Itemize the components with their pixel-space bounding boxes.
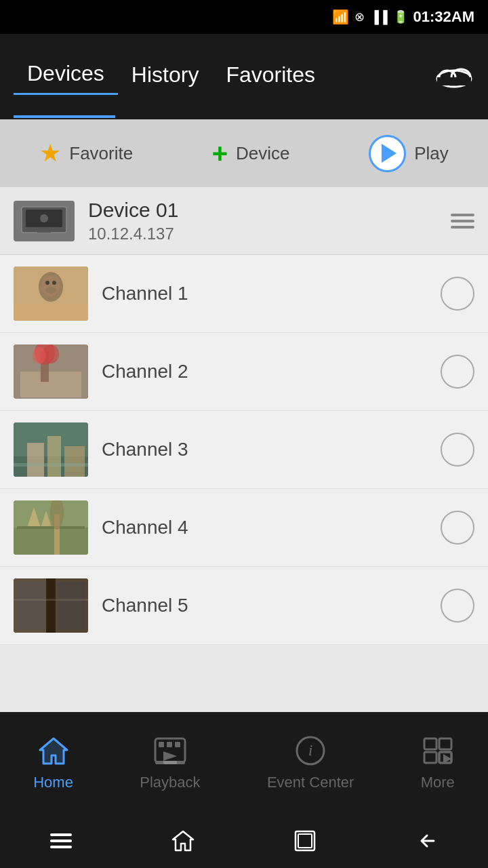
main-content: Device 01 10.12.4.137 C (0, 187, 488, 716)
svg-rect-23 (27, 443, 44, 477)
channel-1-thumb (14, 267, 88, 321)
event-center-icon: i (293, 735, 327, 768)
device-thumbnail (14, 201, 75, 241)
svg-rect-40 (14, 599, 88, 601)
device-label: Device (236, 143, 289, 164)
hamburger-menu[interactable] (451, 214, 474, 229)
svg-rect-16 (20, 372, 81, 397)
bottom-nav: Home Playback i Event Center (0, 712, 488, 814)
channel-4-thumb (14, 500, 88, 555)
home-label: Home (33, 774, 73, 791)
svg-point-12 (52, 281, 56, 285)
play-action[interactable]: Play (369, 135, 449, 172)
svg-rect-59 (50, 840, 72, 842)
system-nav (0, 814, 488, 868)
svg-rect-31 (17, 526, 85, 529)
svg-rect-60 (50, 846, 72, 848)
star-icon: ★ (39, 139, 61, 167)
channel-1-radio[interactable] (441, 277, 474, 311)
bottom-nav-playback[interactable]: Playback (140, 735, 200, 791)
svg-rect-3 (437, 77, 471, 85)
svg-rect-39 (46, 578, 56, 633)
svg-rect-46 (175, 742, 180, 747)
channel-1-item[interactable]: Channel 1 (0, 255, 488, 333)
svg-rect-54 (424, 752, 436, 763)
channel-3-thumb (14, 422, 88, 477)
svg-rect-49 (163, 761, 177, 764)
wifi-icon: 📶 (332, 9, 349, 25)
channel-4-radio[interactable] (441, 511, 474, 545)
event-center-label: Event Center (267, 774, 354, 791)
add-device-action[interactable]: + Device (212, 138, 290, 169)
svg-marker-47 (163, 751, 177, 761)
channel-4-item[interactable]: Channel 4 (0, 489, 488, 567)
svg-rect-58 (50, 833, 72, 836)
device-ip: 10.12.4.137 (88, 224, 451, 243)
svg-rect-14 (14, 304, 88, 321)
top-nav: Devices History Favorites (0, 34, 488, 115)
channel-3-item[interactable]: Channel 3 (0, 411, 488, 489)
more-icon (421, 735, 455, 768)
play-triangle-icon (382, 144, 396, 163)
signal-icon: ▐▐ (370, 10, 388, 24)
recent-sys-button[interactable] (291, 827, 319, 854)
channel-5-name: Channel 5 (102, 595, 441, 616)
channel-2-name: Channel 2 (102, 361, 441, 382)
svg-rect-36 (17, 582, 44, 629)
svg-rect-26 (14, 463, 88, 467)
channel-2-thumb (14, 344, 88, 399)
svg-rect-45 (167, 742, 172, 747)
svg-marker-42 (40, 738, 67, 764)
menu-sys-button[interactable] (47, 827, 75, 854)
status-time: 01:32AM (413, 8, 474, 26)
action-bar: ★ Favorite + Device Play (0, 119, 488, 187)
svg-rect-52 (424, 738, 436, 749)
bottom-nav-home[interactable]: Home (33, 735, 73, 791)
playback-icon (153, 735, 187, 768)
svg-point-7 (40, 214, 48, 222)
cloud-icon[interactable] (434, 58, 474, 92)
channel-2-radio[interactable] (441, 355, 474, 389)
nav-history[interactable]: History (118, 56, 213, 94)
svg-rect-6 (37, 230, 51, 233)
channel-3-name: Channel 3 (102, 439, 441, 460)
channel-4-name: Channel 4 (102, 517, 441, 538)
svg-rect-28 (14, 528, 88, 555)
svg-marker-61 (173, 831, 193, 850)
notification-icon: ⊗ (354, 9, 365, 24)
svg-rect-53 (439, 738, 451, 749)
channel-5-item[interactable]: Channel 5 (0, 567, 488, 645)
back-sys-button[interactable] (413, 827, 441, 854)
svg-text:i: i (308, 741, 313, 759)
battery-icon: 🔋 (393, 9, 408, 24)
channel-1-name: Channel 1 (102, 283, 441, 304)
favorite-action[interactable]: ★ Favorite (39, 139, 133, 167)
svg-rect-63 (298, 834, 312, 848)
home-sys-button[interactable] (169, 827, 197, 854)
channel-list: Channel 1 Channel 2 (0, 255, 488, 645)
svg-rect-25 (64, 446, 85, 477)
plus-icon: + (212, 138, 228, 169)
device-header: Device 01 10.12.4.137 (0, 187, 488, 255)
favorite-label: Favorite (69, 143, 133, 164)
bottom-nav-event-center[interactable]: i Event Center (267, 735, 354, 791)
status-bar: 📶 ⊗ ▐▐ 🔋 01:32AM (0, 0, 488, 34)
bottom-nav-more[interactable]: More (421, 735, 455, 791)
play-button[interactable] (369, 135, 406, 172)
device-info: Device 01 10.12.4.137 (88, 199, 451, 243)
channel-5-radio[interactable] (441, 589, 474, 623)
nav-favorites[interactable]: Favorites (212, 56, 329, 94)
device-name: Device 01 (88, 199, 451, 222)
play-label: Play (414, 143, 449, 164)
playback-label: Playback (140, 774, 200, 791)
status-icons: 📶 ⊗ ▐▐ 🔋 01:32AM (332, 8, 474, 26)
svg-rect-44 (159, 742, 164, 747)
channel-2-item[interactable]: Channel 2 (0, 333, 488, 411)
nav-devices[interactable]: Devices (14, 54, 118, 95)
more-label: More (421, 774, 455, 791)
channel-5-thumb (14, 578, 88, 633)
home-icon (37, 735, 70, 768)
svg-rect-24 (47, 436, 61, 477)
active-tab-indicator (14, 115, 115, 118)
channel-3-radio[interactable] (441, 433, 474, 467)
